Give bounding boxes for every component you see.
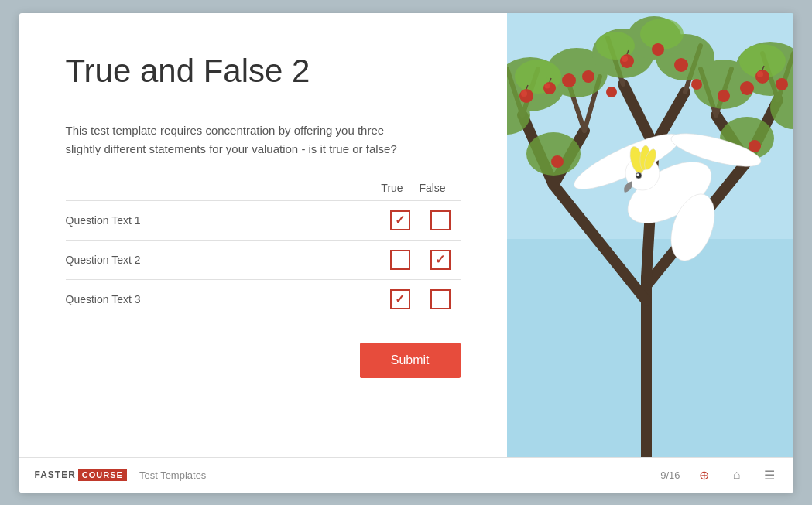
- logo-course-badge: COURSE: [78, 469, 127, 481]
- question-1-true-checkbox[interactable]: [390, 210, 410, 230]
- submit-area: Submit: [66, 343, 461, 378]
- right-panel: [507, 13, 793, 457]
- table-row: Question Text 2: [66, 240, 461, 279]
- question-2-true-cell: [380, 250, 420, 270]
- question-1-false-cell: [420, 210, 461, 230]
- left-panel: True and False 2 This test template requ…: [19, 13, 507, 457]
- svg-point-52: [521, 90, 527, 97]
- slide-body: True and False 2 This test template requ…: [19, 13, 793, 457]
- question-3-true-checkbox[interactable]: [390, 289, 410, 309]
- true-column-label: True: [372, 182, 413, 194]
- svg-point-43: [740, 81, 754, 95]
- questions-table: True False Question Text 1Question Text …: [66, 182, 461, 319]
- svg-point-53: [544, 83, 550, 88]
- question-rows-container: Question Text 1Question Text 2Question T…: [66, 200, 461, 319]
- logo-faster-text: FASTER: [35, 469, 76, 480]
- svg-point-47: [674, 58, 688, 72]
- svg-point-45: [620, 54, 634, 68]
- footer-page-indicator: 9/16: [660, 469, 680, 481]
- svg-point-46: [652, 43, 664, 56]
- svg-point-69: [636, 173, 639, 176]
- question-3-checkbox-group: [380, 289, 461, 309]
- svg-point-51: [691, 79, 702, 90]
- svg-point-49: [749, 140, 761, 152]
- question-3-false-cell: [420, 289, 461, 309]
- svg-point-50: [606, 87, 617, 97]
- question-3-false-checkbox[interactable]: [430, 289, 451, 309]
- question-2-text: Question Text 2: [66, 254, 380, 266]
- table-row: Question Text 3: [66, 279, 461, 319]
- table-header: True False: [66, 182, 461, 194]
- svg-point-41: [755, 70, 769, 84]
- footer-breadcrumb: Test Templates: [139, 469, 206, 481]
- slide-title: True and False 2: [66, 52, 461, 90]
- svg-point-39: [562, 73, 576, 87]
- question-3-text: Question Text 3: [66, 293, 380, 305]
- svg-point-54: [757, 71, 763, 77]
- footer-right: 9/16 ⊕ ⌂ ☰: [660, 466, 777, 483]
- lifesaver-icon[interactable]: ⊕: [696, 466, 713, 483]
- svg-point-38: [543, 82, 556, 94]
- svg-point-42: [776, 78, 788, 90]
- submit-button[interactable]: Submit: [360, 343, 461, 378]
- question-1-checkbox-group: [380, 210, 461, 230]
- home-icon[interactable]: ⌂: [728, 466, 745, 483]
- question-3-true-cell: [380, 289, 420, 309]
- svg-point-37: [519, 89, 533, 103]
- svg-point-44: [718, 90, 730, 102]
- question-2-true-checkbox[interactable]: [390, 250, 410, 270]
- footer-logo: FASTER COURSE: [35, 469, 127, 481]
- question-2-false-cell: [420, 250, 461, 270]
- slide-container: True and False 2 This test template requ…: [19, 13, 793, 493]
- false-column-label: False: [413, 182, 453, 194]
- menu-icon[interactable]: ☰: [761, 466, 778, 483]
- question-2-false-checkbox[interactable]: [430, 250, 451, 270]
- scene-image: [507, 13, 793, 457]
- table-row: Question Text 1: [66, 200, 461, 240]
- svg-point-48: [551, 155, 564, 168]
- svg-point-31: [526, 132, 581, 176]
- slide-footer: FASTER COURSE Test Templates 9/16 ⊕ ⌂ ☰: [19, 457, 793, 493]
- svg-point-55: [622, 56, 628, 62]
- question-1-true-cell: [380, 210, 420, 230]
- question-1-text: Question Text 1: [66, 214, 380, 227]
- question-2-checkbox-group: [380, 250, 461, 270]
- svg-point-40: [582, 70, 594, 83]
- slide-description: This test template requires concentratio…: [66, 121, 399, 159]
- question-1-false-checkbox[interactable]: [430, 210, 451, 230]
